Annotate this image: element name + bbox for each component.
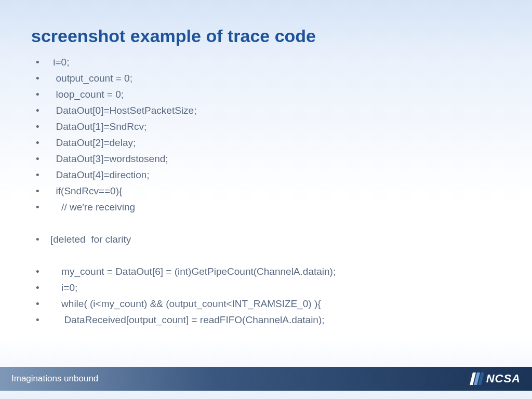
code-bullet-item: while( (i<my_count) && (output_count<INT… bbox=[34, 296, 501, 312]
code-bullet-item: my_count = DataOut[6] = (int)GetPipeCoun… bbox=[34, 264, 501, 280]
code-bullet-item: DataOut[0]=HostSetPacketSize; bbox=[34, 103, 501, 119]
slide-title: screenshot example of trace code bbox=[31, 26, 501, 46]
code-bullet-item: DataOut[3]=wordstosend; bbox=[34, 151, 501, 167]
code-bullet-item: if(SndRcv==0){ bbox=[34, 183, 501, 200]
code-bullet-item: output_count = 0; bbox=[34, 71, 501, 87]
code-bullet-item: DataOut[4]=direction; bbox=[34, 167, 501, 183]
code-bullet-item: loop_count = 0; bbox=[34, 87, 501, 103]
ncsa-logo: NCSA bbox=[470, 372, 521, 385]
code-bullet-item: DataReceived[output_count] = readFIFO(Ch… bbox=[34, 312, 501, 328]
code-bullet-item: // we're receiving bbox=[34, 200, 501, 216]
code-bullet-list: i=0; output_count = 0; loop_count = 0; D… bbox=[31, 55, 501, 328]
code-bullet-item: i=0; bbox=[34, 280, 501, 296]
footer-bar: Imaginations unbound NCSA bbox=[0, 367, 532, 391]
footer-tagline: Imaginations unbound bbox=[11, 374, 98, 384]
code-bullet-item: [deleted for clarity bbox=[34, 232, 501, 248]
code-bullet-item: DataOut[1]=SndRcv; bbox=[34, 119, 501, 135]
ncsa-logo-icon bbox=[470, 373, 484, 385]
code-bullet-item: i=0; bbox=[34, 55, 501, 71]
code-bullet-item: DataOut[2]=delay; bbox=[34, 135, 501, 151]
ncsa-logo-text: NCSA bbox=[486, 372, 521, 385]
